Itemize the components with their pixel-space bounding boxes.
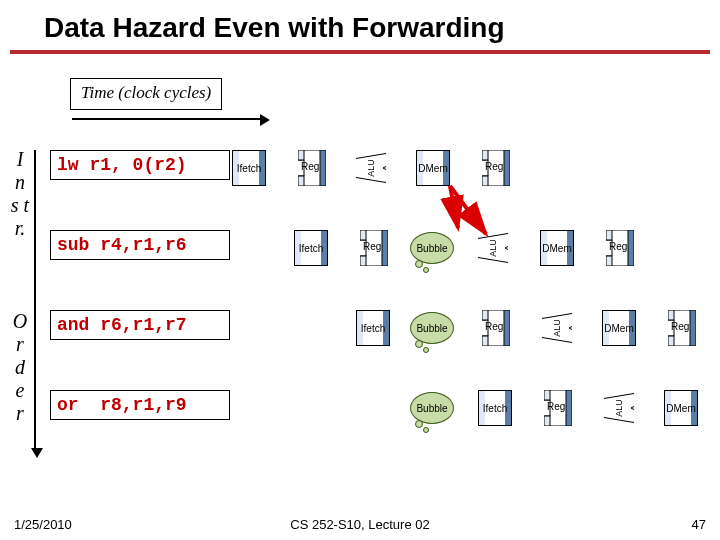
stage-reg: Reg xyxy=(482,310,510,346)
instruction-lw: lw r1, 0(r2) xyxy=(50,150,230,180)
stage-alu: ALU xyxy=(604,390,634,426)
svg-rect-21 xyxy=(504,310,510,346)
svg-rect-25 xyxy=(668,336,674,346)
footer-course: CS 252-S10, Lecture 02 xyxy=(290,517,429,532)
instruction-sub: sub r4,r1,r6 xyxy=(50,230,230,260)
stage-ifetch: Ifetch xyxy=(232,150,266,186)
svg-rect-11 xyxy=(360,256,366,266)
stage-dmem: DMem xyxy=(416,150,450,186)
time-arrow xyxy=(72,118,262,120)
stage-reg: Reg xyxy=(360,230,388,266)
svg-rect-1 xyxy=(298,150,304,160)
svg-rect-26 xyxy=(690,310,696,346)
stage-ifetch: Ifetch xyxy=(356,310,390,346)
instruction-and: and r6,r1,r7 xyxy=(50,310,230,340)
stage-dmem: DMem xyxy=(664,390,698,426)
stage-reg: Reg xyxy=(668,310,696,346)
svg-rect-24 xyxy=(668,310,674,320)
stage-bubble: Bubble xyxy=(410,312,454,344)
svg-rect-3 xyxy=(320,150,326,186)
stage-dmem: DMem xyxy=(602,310,636,346)
svg-rect-30 xyxy=(566,390,572,426)
svg-rect-17 xyxy=(628,230,634,266)
stage-ifetch: Ifetch xyxy=(294,230,328,266)
svg-line-33 xyxy=(450,186,458,228)
svg-rect-20 xyxy=(482,336,488,346)
footer-date: 1/25/2010 xyxy=(14,517,72,532)
stage-reg: Reg xyxy=(544,390,572,426)
svg-rect-28 xyxy=(544,390,550,400)
svg-rect-7 xyxy=(482,176,488,186)
stage-bubble: Bubble xyxy=(410,232,454,264)
svg-line-32 xyxy=(450,186,486,234)
svg-rect-6 xyxy=(482,150,488,160)
stage-reg: Reg xyxy=(298,150,326,186)
stage-ifetch: Ifetch xyxy=(478,390,512,426)
stage-alu: ALU xyxy=(356,150,386,186)
footer-page-number: 47 xyxy=(692,517,706,532)
stage-dmem: DMem xyxy=(540,230,574,266)
time-axis-label: Time (clock cycles) xyxy=(70,78,222,110)
stage-alu: ALU xyxy=(478,230,508,266)
y-axis-order-label: O r d e r xyxy=(10,310,30,425)
stage-reg: Reg xyxy=(606,230,634,266)
svg-rect-12 xyxy=(382,230,388,266)
stage-reg: Reg xyxy=(482,150,510,186)
svg-rect-19 xyxy=(482,310,488,320)
svg-rect-8 xyxy=(504,150,510,186)
title-underline xyxy=(10,50,710,54)
svg-rect-29 xyxy=(544,416,550,426)
y-axis-instr-label: I n s t r. xyxy=(10,148,30,240)
svg-rect-16 xyxy=(606,256,612,266)
svg-rect-10 xyxy=(360,230,366,240)
svg-rect-2 xyxy=(298,176,304,186)
stage-bubble: Bubble xyxy=(410,392,454,424)
stage-alu: ALU xyxy=(542,310,572,346)
slide-title: Data Hazard Even with Forwarding xyxy=(0,0,720,50)
svg-rect-15 xyxy=(606,230,612,240)
instr-order-arrow xyxy=(34,150,36,450)
instruction-or: or r8,r1,r9 xyxy=(50,390,230,420)
